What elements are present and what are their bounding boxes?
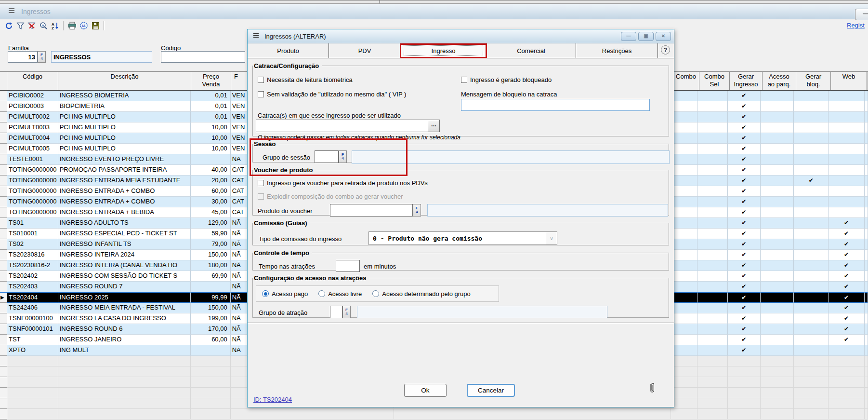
dialog-maximize-button[interactable]: ▣: [638, 32, 654, 41]
clear-filter-icon[interactable]: [26, 21, 38, 30]
header-web[interactable]: Web: [831, 72, 867, 90]
catracas-input[interactable]: ...: [256, 120, 440, 132]
cell-rest: [865, 239, 868, 250]
cell-gerar-bloq: [794, 250, 829, 260]
filter-icon[interactable]: [14, 21, 26, 30]
minimize-button[interactable]: —: [855, 9, 868, 20]
cell-gerar-bloq: [794, 345, 829, 356]
empty-cell: [829, 398, 865, 409]
grupo-atracao-input[interactable]: [330, 306, 342, 318]
dialog-close-button[interactable]: ✕: [656, 32, 671, 41]
header-acesso-ao-parq[interactable]: Acesso ao parq.: [763, 72, 796, 90]
cell-gerar-ingresso: ✔: [728, 112, 761, 122]
header-codigo[interactable]: Código: [7, 72, 58, 90]
empty-cell: [829, 409, 865, 420]
checkbox-gerado-bloqueado[interactable]: Ingresso é gerado bloqueado: [461, 76, 552, 83]
cell-preco-venda: 180,00: [191, 260, 231, 271]
cell-web: ✔: [829, 239, 865, 250]
cell-gerar-ingresso: ✔: [728, 260, 761, 271]
print-icon[interactable]: [66, 21, 78, 30]
familia-input[interactable]: 13: [8, 51, 38, 63]
f4-label-bottom: 4: [40, 57, 42, 61]
record-id-link[interactable]: ID: TS202404: [253, 396, 292, 403]
save-icon[interactable]: [90, 21, 101, 30]
f4-label-bottom: 4: [345, 312, 347, 316]
search-icon[interactable]: n: [38, 21, 49, 30]
sort-az-icon[interactable]: AZ: [49, 21, 61, 30]
empty-cell: [671, 366, 697, 377]
cell-acesso-ao-parq: [761, 112, 794, 122]
checkbox-sem-validacao-vip[interactable]: Sem validação de "utilizado no mesmo dia…: [258, 91, 406, 98]
grupo-sessao-input[interactable]: [315, 150, 339, 163]
svg-text:n: n: [41, 23, 44, 27]
row-marker: [0, 229, 7, 239]
empty-cell: [865, 377, 868, 388]
tab-pdv[interactable]: PDV: [329, 43, 401, 58]
grupo-sessao-f4-button[interactable]: F4: [339, 150, 347, 163]
produto-voucher-f4-button[interactable]: F4: [413, 204, 421, 217]
radio-label: Acesso livre: [328, 290, 362, 298]
mensagem-bloqueio-input[interactable]: [461, 99, 650, 111]
radio-acesso-determinado[interactable]: Acesso determinado pelo grupo: [372, 290, 471, 298]
ok-button[interactable]: Ok: [404, 384, 447, 397]
empty-cell: [865, 409, 868, 420]
menu-icon[interactable]: [8, 7, 15, 16]
tempo-atracoes-input[interactable]: [336, 260, 360, 272]
ia-badge-icon[interactable]: IA: [78, 21, 90, 30]
cell-descricao: INGRESSO JANEIRO: [58, 335, 191, 345]
tab-produto[interactable]: Produto: [248, 43, 329, 58]
familia-f4-button[interactable]: F4: [38, 51, 46, 63]
cell-combo-sel: [697, 324, 728, 335]
familia-label: Família: [8, 44, 29, 52]
catracas-browse-button[interactable]: ...: [428, 120, 439, 132]
refresh-icon[interactable]: [3, 21, 14, 30]
cell-combo: [671, 324, 697, 335]
cell-descricao: INGRESSO ENTRADA + COMBO: [58, 186, 191, 197]
checkbox-gera-voucher[interactable]: Ingresso gera voucher para retirada de p…: [258, 179, 428, 187]
grupo-atracao-f4-button[interactable]: F4: [342, 306, 351, 318]
cell-rest: [865, 250, 868, 260]
empty-cell: [794, 356, 829, 366]
tab-comercial[interactable]: Comercial: [487, 43, 576, 58]
checkbox-icon: [258, 193, 264, 200]
codigo-input[interactable]: [161, 51, 245, 63]
empty-cell: [761, 356, 794, 366]
help-icon[interactable]: ?: [661, 45, 670, 54]
empty-cell: [728, 356, 761, 366]
row-marker: [0, 176, 7, 186]
cell-combo: [671, 112, 697, 122]
produto-voucher-input[interactable]: [330, 204, 413, 217]
radio-icon: [262, 290, 269, 297]
radio-acesso-livre[interactable]: Acesso livre: [318, 290, 362, 298]
cell-preco-venda: 60,00: [191, 335, 231, 345]
checkbox-leitura-biometrica[interactable]: Necessita de leitura biometrica: [258, 76, 353, 83]
cancel-button[interactable]: Cancelar: [467, 384, 515, 397]
cell-combo-sel: [697, 229, 728, 239]
empty-row: [0, 409, 868, 420]
tab-restrições[interactable]: Restrições: [576, 43, 658, 58]
empty-cell: [697, 356, 728, 366]
cell-web: [829, 197, 865, 207]
cell-combo: [671, 186, 697, 197]
dialog-minimize-button[interactable]: —: [621, 32, 636, 41]
regist-link[interactable]: Regist: [847, 22, 865, 29]
checkbox-icon: [258, 91, 264, 97]
header-preco-venda[interactable]: Preço Venda: [191, 72, 231, 90]
dialog-menu-icon[interactable]: [252, 32, 260, 41]
cell-gerar-bloq: [794, 154, 829, 165]
tipo-comissao-select[interactable]: 0 - Produto não gera comissão ∨: [368, 231, 557, 245]
header-gerar-ingresso[interactable]: Gerar Ingresso: [730, 72, 763, 90]
header-gerar-bloq[interactable]: Gerar bloq.: [796, 72, 831, 90]
header-combo-sel[interactable]: Combo Sel: [699, 72, 730, 90]
cell-gerar-ingresso: ✔: [728, 250, 761, 260]
paperclip-icon[interactable]: [649, 382, 656, 396]
empty-cell: [794, 377, 829, 388]
f4-label-bottom: 4: [416, 210, 418, 214]
tab-ingresso[interactable]: Ingresso: [401, 43, 487, 58]
cell-combo: [671, 101, 697, 112]
cell-combo-sel: [697, 197, 728, 207]
radio-acesso-pago[interactable]: Acesso pago: [262, 290, 308, 298]
header-combo[interactable]: Combo: [673, 72, 699, 90]
header-descricao[interactable]: Descrição: [58, 72, 191, 90]
radio-label: Acesso pago: [272, 290, 308, 298]
